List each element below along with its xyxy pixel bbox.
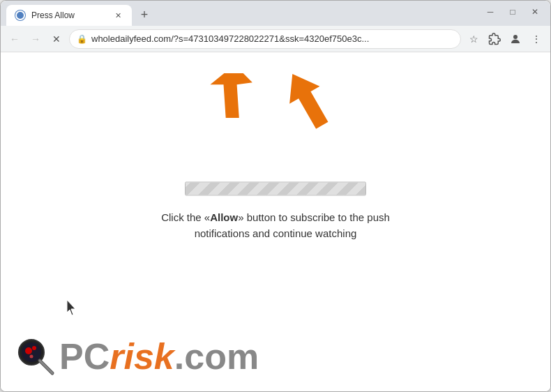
svg-point-0	[513, 35, 518, 39]
arrow-container	[208, 66, 343, 139]
svg-marker-2	[278, 66, 338, 134]
tab-favicon	[15, 10, 26, 21]
window-close-button[interactable]: ✕	[525, 2, 545, 22]
active-tab[interactable]: Press Allow ✕	[6, 5, 132, 26]
logo-text: PCrisk.com	[59, 336, 259, 377]
url-bar[interactable]: 🔒 wholedailyfeed.com/?s=4731034972280222…	[69, 29, 461, 49]
page-description: Click the «Allow» button to subscribe to…	[138, 210, 413, 241]
logo-icon	[15, 336, 56, 377]
extensions-button[interactable]	[486, 31, 503, 47]
page-content: Click the «Allow» button to subscribe to…	[1, 52, 550, 391]
svg-point-6	[32, 346, 36, 350]
lock-icon: 🔒	[77, 34, 87, 44]
progress-area: Click the «Allow» button to subscribe to…	[138, 182, 413, 241]
svg-marker-10	[67, 300, 75, 315]
cursor	[67, 300, 77, 314]
new-tab-button[interactable]: +	[135, 5, 154, 24]
minimize-button[interactable]: ─	[481, 2, 500, 22]
address-bar: ← → ✕ 🔒 wholedailyfeed.com/?s=4731034972…	[1, 26, 550, 52]
svg-point-5	[25, 347, 32, 354]
tab-area: Press Allow ✕ +	[6, 1, 481, 26]
progress-bar	[185, 182, 366, 196]
logo-risk: risk	[110, 336, 174, 377]
maximize-button[interactable]: □	[503, 2, 522, 22]
back-button[interactable]: ←	[6, 31, 23, 47]
reload-button[interactable]: ✕	[48, 31, 65, 47]
profile-button[interactable]	[507, 31, 524, 47]
arrow-icon	[208, 73, 271, 136]
bookmark-button[interactable]: ☆	[465, 31, 482, 47]
tab-close-button[interactable]: ✕	[112, 10, 123, 21]
tab-label: Press Allow	[31, 10, 107, 20]
menu-button[interactable]: ⋮	[528, 31, 545, 47]
svg-line-9	[40, 361, 52, 373]
svg-point-7	[30, 355, 33, 359]
url-text: wholedailyfeed.com/?s=473103497228022271…	[91, 33, 453, 44]
browser-window: Press Allow ✕ + ─ □ ✕ ← → ✕ 🔒 wholedaily…	[0, 0, 551, 392]
directional-arrow	[273, 66, 343, 136]
logo-pc: PC	[59, 336, 110, 377]
forward-button[interactable]: →	[27, 31, 44, 47]
logo-area: PCrisk.com	[15, 336, 259, 377]
svg-marker-1	[208, 73, 264, 125]
window-controls: ─ □ ✕	[481, 2, 545, 24]
logo-com: .com	[174, 336, 259, 377]
title-bar: Press Allow ✕ + ─ □ ✕	[1, 1, 550, 26]
